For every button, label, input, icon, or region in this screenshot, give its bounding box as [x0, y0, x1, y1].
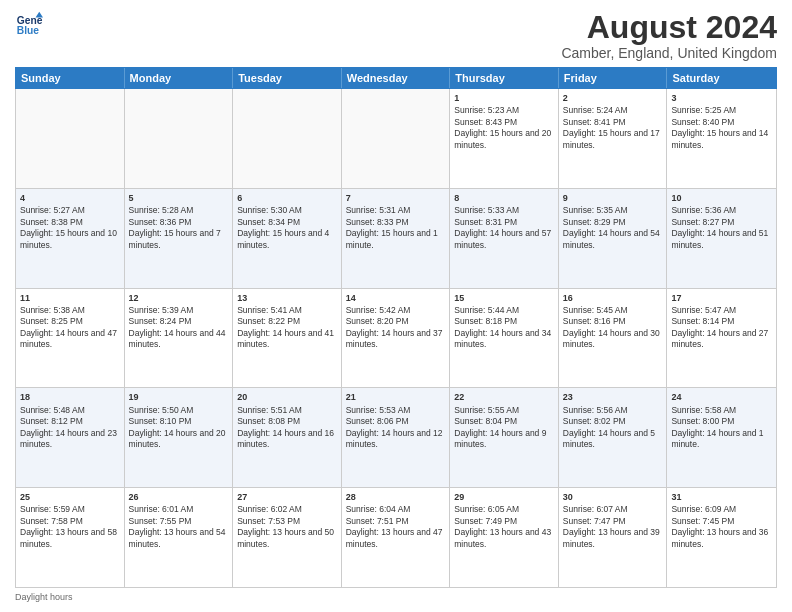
- header-day-friday: Friday: [559, 68, 668, 88]
- svg-text:Blue: Blue: [17, 25, 40, 36]
- location: Camber, England, United Kingdom: [561, 45, 777, 61]
- empty-cell: [342, 89, 451, 188]
- day-number: 21: [346, 391, 446, 403]
- day-number: 31: [671, 491, 772, 503]
- day-cell-20: 20Sunrise: 5:51 AMSunset: 8:08 PMDayligh…: [233, 388, 342, 487]
- calendar-body: 1Sunrise: 5:23 AMSunset: 8:43 PMDaylight…: [15, 89, 777, 588]
- day-cell-25: 25Sunrise: 5:59 AMSunset: 7:58 PMDayligh…: [16, 488, 125, 587]
- day-info: Sunrise: 6:01 AMSunset: 7:55 PMDaylight:…: [129, 504, 226, 548]
- day-number: 9: [563, 192, 663, 204]
- day-info: Sunrise: 5:38 AMSunset: 8:25 PMDaylight:…: [20, 305, 117, 349]
- day-info: Sunrise: 5:36 AMSunset: 8:27 PMDaylight:…: [671, 205, 768, 249]
- day-number: 22: [454, 391, 554, 403]
- day-info: Sunrise: 5:58 AMSunset: 8:00 PMDaylight:…: [671, 405, 763, 449]
- day-info: Sunrise: 5:30 AMSunset: 8:34 PMDaylight:…: [237, 205, 329, 249]
- day-cell-4: 4Sunrise: 5:27 AMSunset: 8:38 PMDaylight…: [16, 189, 125, 288]
- day-info: Sunrise: 5:24 AMSunset: 8:41 PMDaylight:…: [563, 105, 660, 149]
- day-info: Sunrise: 5:31 AMSunset: 8:33 PMDaylight:…: [346, 205, 438, 249]
- day-number: 8: [454, 192, 554, 204]
- day-info: Sunrise: 5:55 AMSunset: 8:04 PMDaylight:…: [454, 405, 546, 449]
- day-number: 2: [563, 92, 663, 104]
- day-cell-7: 7Sunrise: 5:31 AMSunset: 8:33 PMDaylight…: [342, 189, 451, 288]
- title-area: August 2024 Camber, England, United King…: [561, 10, 777, 61]
- empty-cell: [125, 89, 234, 188]
- day-cell-12: 12Sunrise: 5:39 AMSunset: 8:24 PMDayligh…: [125, 289, 234, 388]
- week-row-1: 1Sunrise: 5:23 AMSunset: 8:43 PMDaylight…: [16, 89, 776, 189]
- header-day-thursday: Thursday: [450, 68, 559, 88]
- day-info: Sunrise: 5:27 AMSunset: 8:38 PMDaylight:…: [20, 205, 117, 249]
- day-cell-22: 22Sunrise: 5:55 AMSunset: 8:04 PMDayligh…: [450, 388, 559, 487]
- day-info: Sunrise: 5:53 AMSunset: 8:06 PMDaylight:…: [346, 405, 443, 449]
- day-info: Sunrise: 5:42 AMSunset: 8:20 PMDaylight:…: [346, 305, 443, 349]
- day-number: 13: [237, 292, 337, 304]
- day-number: 14: [346, 292, 446, 304]
- day-cell-11: 11Sunrise: 5:38 AMSunset: 8:25 PMDayligh…: [16, 289, 125, 388]
- day-cell-13: 13Sunrise: 5:41 AMSunset: 8:22 PMDayligh…: [233, 289, 342, 388]
- day-info: Sunrise: 5:41 AMSunset: 8:22 PMDaylight:…: [237, 305, 334, 349]
- header-day-monday: Monday: [125, 68, 234, 88]
- day-cell-28: 28Sunrise: 6:04 AMSunset: 7:51 PMDayligh…: [342, 488, 451, 587]
- day-cell-21: 21Sunrise: 5:53 AMSunset: 8:06 PMDayligh…: [342, 388, 451, 487]
- day-number: 6: [237, 192, 337, 204]
- header-day-sunday: Sunday: [16, 68, 125, 88]
- day-cell-1: 1Sunrise: 5:23 AMSunset: 8:43 PMDaylight…: [450, 89, 559, 188]
- header-day-saturday: Saturday: [667, 68, 776, 88]
- day-number: 24: [671, 391, 772, 403]
- day-cell-26: 26Sunrise: 6:01 AMSunset: 7:55 PMDayligh…: [125, 488, 234, 587]
- calendar-header: SundayMondayTuesdayWednesdayThursdayFrid…: [15, 67, 777, 89]
- week-row-2: 4Sunrise: 5:27 AMSunset: 8:38 PMDaylight…: [16, 189, 776, 289]
- day-number: 3: [671, 92, 772, 104]
- day-number: 17: [671, 292, 772, 304]
- month-title: August 2024: [561, 10, 777, 45]
- header: General Blue August 2024 Camber, England…: [15, 10, 777, 61]
- day-info: Sunrise: 5:47 AMSunset: 8:14 PMDaylight:…: [671, 305, 768, 349]
- day-cell-6: 6Sunrise: 5:30 AMSunset: 8:34 PMDaylight…: [233, 189, 342, 288]
- day-number: 30: [563, 491, 663, 503]
- week-row-4: 18Sunrise: 5:48 AMSunset: 8:12 PMDayligh…: [16, 388, 776, 488]
- day-number: 11: [20, 292, 120, 304]
- day-info: Sunrise: 6:09 AMSunset: 7:45 PMDaylight:…: [671, 504, 768, 548]
- day-cell-9: 9Sunrise: 5:35 AMSunset: 8:29 PMDaylight…: [559, 189, 668, 288]
- day-info: Sunrise: 5:56 AMSunset: 8:02 PMDaylight:…: [563, 405, 655, 449]
- day-info: Sunrise: 5:33 AMSunset: 8:31 PMDaylight:…: [454, 205, 551, 249]
- day-cell-14: 14Sunrise: 5:42 AMSunset: 8:20 PMDayligh…: [342, 289, 451, 388]
- day-number: 12: [129, 292, 229, 304]
- header-day-tuesday: Tuesday: [233, 68, 342, 88]
- day-cell-17: 17Sunrise: 5:47 AMSunset: 8:14 PMDayligh…: [667, 289, 776, 388]
- day-number: 5: [129, 192, 229, 204]
- day-cell-31: 31Sunrise: 6:09 AMSunset: 7:45 PMDayligh…: [667, 488, 776, 587]
- day-info: Sunrise: 6:07 AMSunset: 7:47 PMDaylight:…: [563, 504, 660, 548]
- calendar-page: General Blue August 2024 Camber, England…: [0, 0, 792, 612]
- day-number: 19: [129, 391, 229, 403]
- day-info: Sunrise: 5:45 AMSunset: 8:16 PMDaylight:…: [563, 305, 660, 349]
- day-number: 27: [237, 491, 337, 503]
- day-number: 20: [237, 391, 337, 403]
- week-row-3: 11Sunrise: 5:38 AMSunset: 8:25 PMDayligh…: [16, 289, 776, 389]
- day-cell-27: 27Sunrise: 6:02 AMSunset: 7:53 PMDayligh…: [233, 488, 342, 587]
- day-cell-29: 29Sunrise: 6:05 AMSunset: 7:49 PMDayligh…: [450, 488, 559, 587]
- day-cell-2: 2Sunrise: 5:24 AMSunset: 8:41 PMDaylight…: [559, 89, 668, 188]
- day-info: Sunrise: 5:25 AMSunset: 8:40 PMDaylight:…: [671, 105, 768, 149]
- day-number: 25: [20, 491, 120, 503]
- logo: General Blue: [15, 10, 43, 38]
- footer-note: Daylight hours: [15, 592, 777, 602]
- header-day-wednesday: Wednesday: [342, 68, 451, 88]
- day-number: 1: [454, 92, 554, 104]
- day-info: Sunrise: 5:44 AMSunset: 8:18 PMDaylight:…: [454, 305, 551, 349]
- day-info: Sunrise: 6:02 AMSunset: 7:53 PMDaylight:…: [237, 504, 334, 548]
- logo-icon: General Blue: [15, 10, 43, 38]
- day-info: Sunrise: 5:28 AMSunset: 8:36 PMDaylight:…: [129, 205, 221, 249]
- day-number: 18: [20, 391, 120, 403]
- day-number: 23: [563, 391, 663, 403]
- day-number: 16: [563, 292, 663, 304]
- day-info: Sunrise: 5:59 AMSunset: 7:58 PMDaylight:…: [20, 504, 117, 548]
- day-info: Sunrise: 5:39 AMSunset: 8:24 PMDaylight:…: [129, 305, 226, 349]
- day-cell-8: 8Sunrise: 5:33 AMSunset: 8:31 PMDaylight…: [450, 189, 559, 288]
- day-cell-19: 19Sunrise: 5:50 AMSunset: 8:10 PMDayligh…: [125, 388, 234, 487]
- day-info: Sunrise: 6:04 AMSunset: 7:51 PMDaylight:…: [346, 504, 443, 548]
- day-number: 29: [454, 491, 554, 503]
- day-info: Sunrise: 6:05 AMSunset: 7:49 PMDaylight:…: [454, 504, 551, 548]
- day-cell-3: 3Sunrise: 5:25 AMSunset: 8:40 PMDaylight…: [667, 89, 776, 188]
- day-number: 26: [129, 491, 229, 503]
- empty-cell: [16, 89, 125, 188]
